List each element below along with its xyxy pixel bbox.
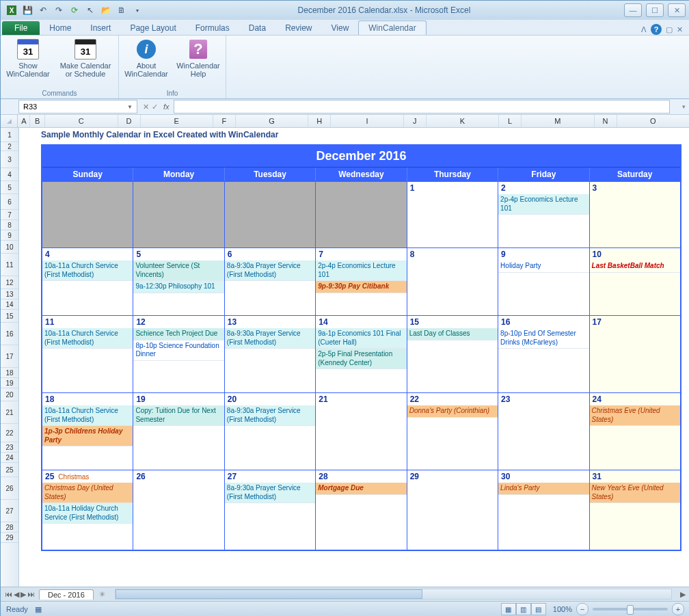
column-header[interactable]: J [404,115,427,127]
calendar-day-cell[interactable]: 72p-4p Economics Lecture 1019p-9:30p Pay… [316,248,407,315]
zoom-level[interactable]: 100% [553,605,572,613]
calendar-event[interactable]: 8p-10p End Of Semester Drinks (McFarleys… [498,328,589,349]
calendar-day-cell[interactable]: 5Volunteer Service (St Vincents)9a-12:30… [133,248,224,315]
calendar-day-cell[interactable]: 19Copy: Tuition Due for Next Semester [133,393,224,470]
calendar-day-cell[interactable]: 1810a-11a Church Service (First Methodis… [42,393,133,470]
tab-review[interactable]: Review [275,21,321,35]
first-sheet-icon[interactable]: ⏮ [5,590,12,599]
prev-sheet-icon[interactable]: ◀ [14,590,19,599]
calendar-day-cell[interactable]: 68a-9:30a Prayer Service (First Methodis… [225,248,316,315]
row-header[interactable]: 1 [1,128,18,142]
tab-home[interactable]: Home [40,21,81,35]
help-icon[interactable]: ? [651,24,662,35]
calendar-day-cell[interactable] [133,182,224,247]
undo-icon[interactable]: ↶ [36,3,50,17]
calendar-event[interactable]: 9p-9:30p Pay Citibank [316,281,406,293]
column-header[interactable]: G [236,115,308,127]
calendar-day-cell[interactable]: 22Donna's Party (Corinthian) [407,393,498,470]
next-sheet-icon[interactable]: ▶ [21,590,26,599]
normal-view-button[interactable]: ▦ [501,603,516,615]
calendar-event[interactable]: 2p-5p Final Presentation (Kennedy Center… [316,349,406,369]
tab-formulas[interactable]: Formulas [186,21,239,35]
calendar-day-cell[interactable]: 17 [590,316,680,392]
calendar-event[interactable]: 8p-10p Science Foundation Dinner [133,340,224,361]
window-close-icon[interactable]: ✕ [677,25,683,34]
row-header[interactable]: 3 [1,151,18,168]
column-header[interactable]: N [595,115,617,127]
calendar-event[interactable]: 2p-4p Economics Lecture 101 [316,260,406,281]
calendar-event[interactable]: Schience Tech Project Due [133,328,224,340]
row-header[interactable]: 26 [1,477,18,500]
calendar-day-cell[interactable]: 15Last Day of Classes [407,316,498,392]
calendar-event[interactable]: 1p-3p Childrens Holiday Party [42,426,133,446]
calendar-event[interactable]: Holiday Party [498,260,589,273]
enter-fx-icon[interactable]: ✓ [152,103,158,111]
column-header[interactable]: A [18,115,30,127]
show-wincalendar-button[interactable]: 31 Show WinCalendar [6,38,50,88]
calendar-day-cell[interactable] [316,182,407,247]
calendar-event[interactable]: Copy: Tuition Due for Next Semester [133,405,224,426]
calendar-day-cell[interactable]: 410a-11a Church Service (First Methodist… [42,248,133,315]
minimize-button[interactable]: — [624,3,642,17]
calendar-event[interactable]: New Year's Eve (United States) [590,483,680,503]
row-header[interactable]: 16 [1,323,18,345]
row-header[interactable]: 17 [1,345,18,368]
calendar-day-cell[interactable]: 168p-10p End Of Semester Drinks (McFarle… [498,316,589,392]
calendar-day-cell[interactable]: 25ChristmasChristmas Day (United States)… [42,470,133,550]
calendar-day-cell[interactable]: 278a-9:30a Prayer Service (First Methodi… [225,470,316,550]
tab-file[interactable]: File [2,21,40,35]
expand-formula-icon[interactable]: ▾ [682,103,689,110]
column-header[interactable]: B [30,115,45,127]
row-header[interactable]: 9 [1,230,18,241]
calendar-event[interactable]: 2p-4p Economics Lecture 101 [498,194,589,215]
calendar-event[interactable]: 8a-9:30a Prayer Service (First Methodist… [225,405,315,426]
tab-page-layout[interactable]: Page Layout [120,21,185,35]
calendar-day-cell[interactable] [42,182,133,247]
row-header[interactable]: 10 [1,241,18,254]
cells-area[interactable]: Sample Monthly Calendar in Excel Created… [19,128,689,587]
row-header[interactable]: 29 [1,533,18,543]
column-header[interactable]: K [427,115,499,127]
open-icon[interactable]: 📂 [99,3,113,17]
row-header[interactable]: 7 [1,210,18,220]
row-header[interactable]: 20 [1,388,18,401]
maximize-button[interactable]: ☐ [646,3,664,17]
chevron-down-icon[interactable]: ▼ [127,104,133,110]
row-header[interactable]: 22 [1,424,18,442]
calendar-day-cell[interactable]: 30Linda's Party [498,470,589,550]
formula-input[interactable] [174,100,670,113]
calendar-day-cell[interactable]: 21 [316,393,407,470]
tab-data[interactable]: Data [239,21,275,35]
wincalendar-help-button[interactable]: ? WinCalendar Help [176,38,220,88]
calendar-event[interactable]: 8a-9:30a Prayer Service (First Methodist… [225,328,315,349]
calendar-event[interactable]: Mortgage Due [316,483,406,495]
calendar-day-cell[interactable]: 29 [407,470,498,550]
calendar-day-cell[interactable]: 10Last BasketBall Match [590,248,680,315]
column-header[interactable]: O [617,115,689,127]
calendar-event[interactable]: 10a-11a Church Service (First Methodist) [42,260,133,281]
row-header[interactable]: 13 [1,289,18,299]
window-restore-icon[interactable]: ▢ [666,25,673,34]
hscroll-thumb[interactable] [116,589,422,599]
calendar-event[interactable]: Linda's Party [498,483,589,495]
zoom-slider[interactable] [593,608,668,611]
row-header[interactable]: 11 [1,254,18,276]
row-header[interactable]: 23 [1,442,18,453]
fx-label[interactable]: fx [163,103,174,111]
tab-view[interactable]: View [322,21,359,35]
tab-wincalendar[interactable]: WinCalendar [358,21,426,35]
row-header[interactable]: 14 [1,299,18,310]
row-header[interactable]: 24 [1,453,18,463]
cursor-icon[interactable]: ↖ [83,3,97,17]
row-header[interactable]: 15 [1,310,18,323]
calendar-day-cell[interactable]: 23 [498,393,589,470]
row-header[interactable]: 28 [1,522,18,533]
new-sheet-icon[interactable]: ✳ [94,590,111,599]
calendar-day-cell[interactable]: 8 [407,248,498,315]
row-header[interactable]: 5 [1,181,18,194]
row-header[interactable]: 6 [1,194,18,210]
macro-record-icon[interactable]: ▦ [35,605,42,614]
name-box[interactable]: R33 ▼ [18,100,137,113]
calendar-day-cell[interactable]: 9Holiday Party [498,248,589,315]
calendar-event[interactable]: Last Day of Classes [407,328,498,340]
